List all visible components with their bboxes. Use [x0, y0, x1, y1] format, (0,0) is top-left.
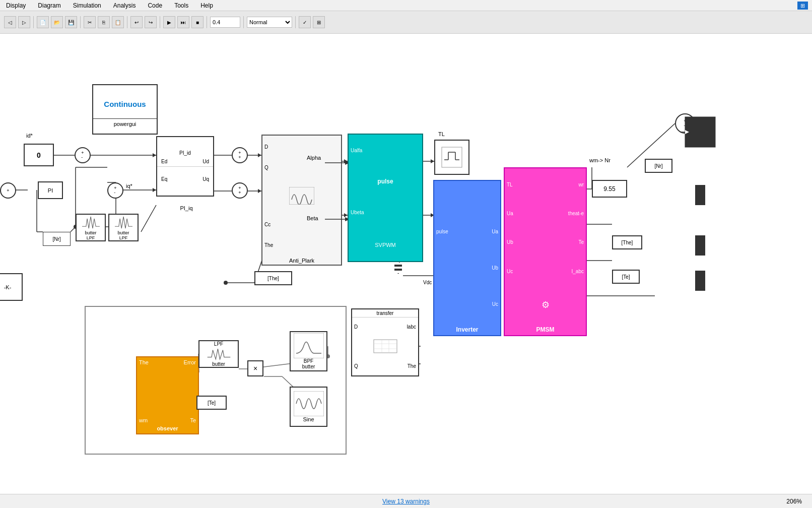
new-button[interactable]: 📄: [37, 16, 49, 28]
pi-id-title: PI_id: [157, 149, 213, 157]
pi-id-port-ud: Ud: [202, 159, 209, 164]
svg-marker-56: [258, 189, 261, 193]
grid-button[interactable]: ⊞: [313, 16, 325, 28]
multiply-block[interactable]: ×: [247, 360, 263, 376]
undo-button[interactable]: ↩: [130, 16, 143, 28]
obs-error-out: Error: [184, 359, 196, 365]
nav-forward-button[interactable]: ▷: [18, 16, 30, 28]
status-bar: View 13 warnings 206%: [0, 494, 812, 508]
start-button[interactable]: ▶: [163, 16, 175, 28]
term1: [695, 185, 705, 205]
pi-id-port-uq: Uq: [202, 176, 209, 182]
menu-analysis[interactable]: Analysis: [111, 1, 138, 10]
bpf-block[interactable]: BPF butter: [290, 331, 327, 371]
lpf-line2: butter: [212, 361, 225, 367]
butter-lpf1-block[interactable]: butter LPF: [76, 214, 106, 241]
svg-line-32: [71, 227, 76, 232]
tl-waveform: [439, 145, 464, 170]
warnings-text[interactable]: View 13 warnings: [382, 498, 430, 505]
sum4-signs: ++: [238, 186, 241, 195]
term2: [695, 235, 705, 256]
svg-rect-70: [374, 340, 397, 353]
svg-rect-77: [685, 117, 715, 147]
svg-marker-58: [153, 188, 156, 192]
pmsm-te-out: Te: [578, 239, 584, 245]
gain-neg-k-block[interactable]: -K-: [0, 273, 23, 301]
te-goto-right-block[interactable]: [Te]: [612, 270, 640, 284]
transfer-title: transfer: [352, 309, 418, 318]
butter-lpf2-line1: butter: [117, 230, 129, 235]
sum2-block[interactable]: +-: [107, 182, 123, 199]
check-button[interactable]: ✓: [299, 16, 311, 28]
menu-bar: Display Diagram Simulation Analysis Code…: [0, 0, 812, 11]
observer-block[interactable]: The Error wm Te obsever: [136, 356, 199, 434]
sum1-block[interactable]: +-: [75, 147, 91, 163]
menu-display[interactable]: Display: [4, 1, 28, 10]
mode-select[interactable]: Normal Accelerator Rapid Accelerator: [247, 17, 292, 28]
tl-block[interactable]: [434, 140, 469, 175]
sum3-block[interactable]: ++: [232, 147, 248, 163]
powergui-block[interactable]: Continuous powergui: [92, 84, 158, 135]
step-button[interactable]: ⏭: [177, 16, 189, 28]
obs-te-out: Te: [190, 417, 196, 423]
pmsm-ub-in: Ub: [507, 239, 513, 245]
sum1-signs: +-: [81, 151, 84, 160]
menu-tools[interactable]: Tools: [172, 1, 190, 10]
sum-left-block[interactable]: +: [0, 182, 16, 199]
menu-help[interactable]: Help: [198, 1, 215, 10]
save-button[interactable]: 💾: [65, 16, 77, 28]
the-goto-block[interactable]: [The]: [254, 271, 292, 285]
alpha-label: Alpha: [307, 155, 321, 161]
pmsm-block[interactable]: TL wr Ua theat-e Ub Te Uc I_abc ⚙: [504, 167, 587, 336]
outer-box: [85, 306, 347, 455]
svpwm-bottom: SVPWM: [351, 242, 420, 248]
anti-plark-block[interactable]: D Q Cc The Anti_Plark: [261, 135, 342, 266]
copy-button[interactable]: ⎘: [98, 16, 110, 28]
transfer-iabc-out: labc: [407, 324, 416, 330]
powergui-label: powergui: [112, 119, 139, 129]
sum4-block[interactable]: ++: [232, 182, 248, 199]
transfer-d-in: D: [354, 324, 358, 330]
constant-block[interactable]: 0: [24, 144, 54, 166]
cut-button[interactable]: ✂: [84, 16, 96, 28]
sine-block[interactable]: Sine: [290, 387, 327, 427]
pmsm-theat-out: theat-e: [568, 211, 584, 216]
svg-point-43: [224, 281, 228, 285]
nav-back-button[interactable]: ◁: [4, 16, 16, 28]
pi-iq-label: PI_iq: [159, 205, 214, 211]
step-time-input[interactable]: [210, 17, 240, 28]
transfer-q-in: Q: [354, 363, 358, 369]
beta-label: Beta: [307, 215, 318, 221]
anti-plark-bottom-label: Anti_Plark: [262, 257, 341, 265]
transfer-block[interactable]: transfer D labc Q The: [351, 308, 419, 376]
nr-from-block[interactable]: [Nr]: [43, 232, 71, 246]
lpf-block[interactable]: LPF butter: [198, 340, 239, 368]
bpf-wave: [294, 333, 324, 358]
id-star-label: id*: [26, 133, 33, 139]
menu-code[interactable]: Code: [146, 1, 164, 10]
obs-wm-in: wm: [139, 417, 148, 423]
butter-lpf1-line1: butter: [85, 230, 96, 235]
pi-id-block[interactable]: PI_id Ed Ud Eq Uq: [156, 136, 214, 197]
butter-lpf1-line2: LPF: [87, 235, 95, 240]
svg-marker-53: [431, 159, 434, 163]
redo-button[interactable]: ↪: [145, 16, 157, 28]
stop-button[interactable]: ■: [191, 16, 204, 28]
gain-9-55-block[interactable]: 9.55: [592, 180, 627, 198]
inverter-block[interactable]: pulse Ua · Ub · Uc Inverter: [433, 180, 501, 336]
svpwm-block[interactable]: Ualfa pulse Ubeta SVPWM: [348, 134, 423, 262]
nr-goto-block[interactable]: [Nr]: [645, 159, 672, 173]
lpf2-wave: [110, 215, 138, 230]
paste-button[interactable]: 📋: [112, 16, 124, 28]
butter-lpf2-block[interactable]: butter LPF: [108, 214, 139, 241]
open-button[interactable]: 📂: [51, 16, 63, 28]
canvas-area: + - Vdc Continuous powergui id* 0 +- +- …: [0, 34, 812, 505]
menu-diagram[interactable]: Diagram: [36, 1, 62, 10]
the-goto-right-block[interactable]: [The]: [612, 235, 642, 249]
menu-simulation[interactable]: Simulation: [71, 1, 103, 10]
inv-port-uc: Uc: [492, 301, 498, 307]
pi-block[interactable]: PI: [38, 181, 63, 199]
nr-goto-label: [Nr]: [654, 163, 662, 169]
te-goto-block[interactable]: [Te]: [196, 396, 227, 410]
pi-id-port-ed: Ed: [161, 159, 167, 164]
